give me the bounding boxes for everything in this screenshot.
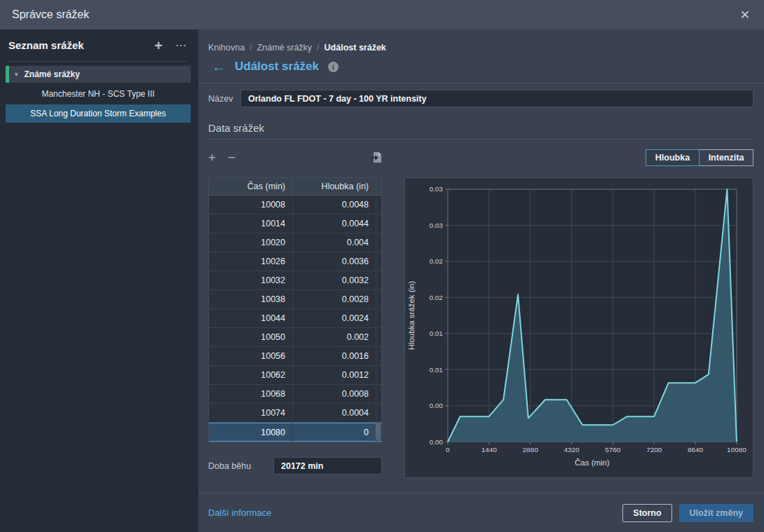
table-cell[interactable]: 0.0028	[293, 290, 376, 308]
x-tick-label: 8640	[688, 446, 704, 453]
tree-group-label: Známé srážky	[25, 69, 80, 79]
scrollbar-track[interactable]	[376, 214, 381, 233]
breadcrumb-item[interactable]: Známé srážky	[257, 43, 313, 53]
y-tick-label: 0.03	[430, 185, 444, 193]
scrollbar-track[interactable]	[376, 366, 381, 384]
name-label: Název	[208, 94, 240, 104]
breadcrumb-separator: /	[250, 43, 252, 53]
x-tick-label: 5760	[605, 446, 621, 453]
table-cell[interactable]: 10056	[209, 347, 293, 365]
chevron-down-icon[interactable]: ▾	[15, 71, 18, 78]
table-cell[interactable]: 0.0048	[293, 196, 376, 214]
table-row[interactable]: 100200.004	[209, 233, 381, 252]
table-row[interactable]: 100380.0028	[209, 290, 381, 309]
scrollbar-track[interactable]	[376, 290, 381, 308]
table-cell[interactable]: 0	[293, 423, 376, 442]
scrollbar-track[interactable]	[376, 347, 381, 365]
column-header-time[interactable]: Čas (min)	[209, 178, 293, 195]
table-cell[interactable]: 10020	[209, 233, 293, 252]
y-tick-label: 0.00	[430, 438, 444, 446]
scrollbar-track[interactable]	[376, 328, 381, 346]
overflow-menu-icon[interactable]: ⋯	[175, 40, 187, 51]
table-row[interactable]: 100440.0024	[209, 309, 381, 328]
add-rainfall-icon[interactable]: +	[154, 39, 163, 53]
scrollbar-track[interactable]	[376, 252, 381, 271]
table-cell[interactable]: 10032	[209, 271, 293, 289]
table-cell[interactable]: 10074	[209, 404, 293, 422]
table-cell[interactable]: 0.004	[293, 233, 376, 252]
remove-row-icon[interactable]: −	[228, 151, 236, 164]
scrollbar-track[interactable]	[376, 178, 381, 195]
scrollbar-track[interactable]	[376, 385, 381, 403]
scrollbar-track[interactable]	[376, 233, 381, 252]
run-time-label: Doba běhu	[208, 461, 251, 471]
table-cell[interactable]: 10080	[209, 423, 293, 442]
x-tick-label: 2880	[523, 446, 539, 453]
rainfall-chart-panel: 0144028804320576072008640100800.030.030.…	[404, 177, 753, 478]
table-row[interactable]: 100260.0036	[209, 252, 381, 271]
table-row[interactable]: 100140.0044	[209, 214, 381, 233]
tree-item-manchester[interactable]: Manchester NH - SCS Type III	[6, 85, 191, 103]
name-input[interactable]	[240, 90, 753, 107]
table-row[interactable]: 100560.0016	[209, 347, 381, 366]
table-cell[interactable]: 10050	[209, 328, 293, 346]
footer-bar: Další informace Storno Uložit změny	[198, 493, 764, 532]
table-cell[interactable]: 0.002	[293, 328, 376, 346]
table-row[interactable]: 100800	[209, 423, 381, 442]
scrollbar-track[interactable]	[376, 404, 381, 422]
scrollbar-track[interactable]	[376, 271, 381, 289]
column-header-depth[interactable]: Hloubka (in)	[293, 178, 376, 195]
close-icon[interactable]: ✕	[740, 8, 750, 22]
x-axis-title: Čas (min)	[575, 458, 610, 467]
scrollbar-track[interactable]	[376, 196, 381, 214]
table-row[interactable]: 100680.0008	[209, 385, 381, 404]
toggle-depth-button[interactable]: Hloubka	[646, 149, 700, 166]
table-cell[interactable]: 10008	[209, 196, 293, 214]
table-cell[interactable]: 0.0008	[293, 385, 376, 403]
table-cell[interactable]: 0.0024	[293, 309, 376, 327]
table-cell[interactable]: 0.0012	[293, 366, 376, 384]
table-cell[interactable]: 10026	[209, 252, 293, 271]
import-data-icon[interactable]	[370, 151, 382, 163]
save-changes-button[interactable]: Uložit změny	[679, 504, 753, 522]
rain-data-section-title: Data srážek	[208, 122, 753, 134]
table-header-row: Čas (min) Hloubka (in)	[209, 178, 381, 196]
sidebar-header: Seznam srážek + ⋯	[8, 29, 187, 62]
cancel-button[interactable]: Storno	[622, 504, 671, 522]
tree-item-ssa-long-duration[interactable]: SSA Long Duration Storm Examples	[6, 104, 191, 123]
table-row[interactable]: 100080.0048	[209, 196, 381, 214]
scrollbar-thumb[interactable]	[376, 422, 381, 440]
scrollbar-track[interactable]	[376, 309, 381, 327]
table-cell[interactable]: 10044	[209, 309, 293, 327]
table-cell[interactable]: 10068	[209, 385, 293, 403]
table-cell[interactable]: 10014	[209, 214, 293, 233]
run-time-input[interactable]	[273, 457, 382, 475]
table-cell[interactable]: 0.0016	[293, 347, 376, 365]
table-cell[interactable]: 10038	[209, 290, 293, 308]
table-row[interactable]: 100620.0012	[209, 366, 381, 385]
table-cell[interactable]: 0.0032	[293, 271, 376, 289]
depth-intensity-toggle: Hloubka Intenzita	[646, 149, 753, 166]
tree-group-known-rainfalls[interactable]: ▾ Známé srážky	[6, 66, 191, 83]
table-row[interactable]: 100320.0032	[209, 271, 381, 290]
rainfall-list-sidebar: Seznam srážek + ⋯ ▾ Známé srážky Manches…	[0, 29, 198, 532]
info-icon[interactable]: i	[328, 62, 339, 72]
table-row[interactable]: 100500.002	[209, 328, 381, 347]
table-row[interactable]: 100740.0004	[209, 404, 381, 423]
table-cell[interactable]: 0.0044	[293, 214, 376, 233]
y-tick-label: 0.00	[430, 402, 444, 409]
y-tick-label: 0.03	[430, 221, 444, 229]
table-cell[interactable]: 0.0036	[293, 252, 376, 271]
table-cell[interactable]: 0.0004	[293, 404, 376, 422]
run-time-row: Doba běhu	[208, 457, 382, 475]
toggle-intensity-button[interactable]: Intenzita	[700, 149, 753, 166]
more-info-link[interactable]: Další informace	[208, 507, 271, 518]
add-row-icon[interactable]: +	[208, 151, 216, 164]
breadcrumb-item[interactable]: Knihovna	[208, 43, 245, 53]
rainfall-chart: 0144028804320576072008640100800.030.030.…	[405, 178, 753, 477]
table-cell[interactable]: 10062	[209, 366, 293, 384]
sidebar-title: Seznam srážek	[8, 39, 84, 51]
y-tick-label: 0.02	[430, 294, 444, 301]
y-tick-label: 0.01	[430, 329, 444, 337]
back-arrow-icon[interactable]: ←	[212, 60, 226, 74]
